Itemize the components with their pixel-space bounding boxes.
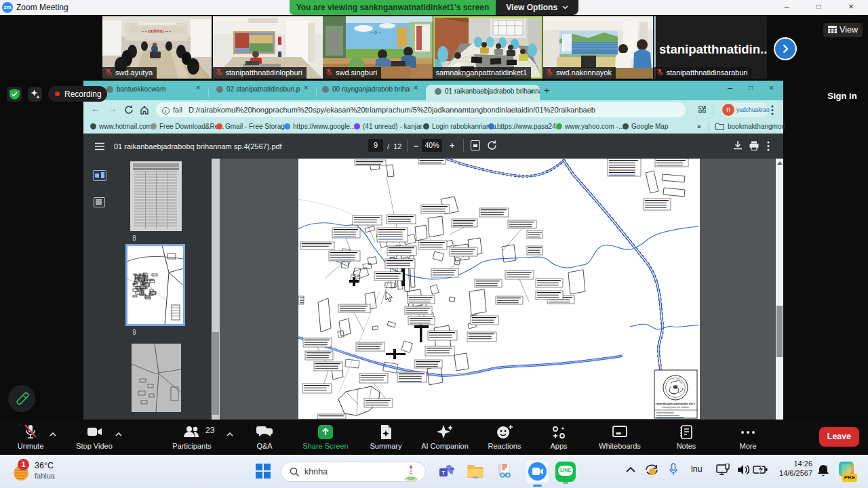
svg-text:krasuang kaset lae sahakon: krasuang kaset lae sahakon [662, 406, 689, 409]
svg-text:T: T [442, 470, 446, 476]
svg-text:samnakngan pattnatidin ket 1: samnakngan pattnatidin ket 1 [656, 402, 696, 405]
svg-text:z: z [825, 464, 828, 469]
svg-text:~ o ~: ~ o ~ [370, 30, 381, 35]
svg-text:- - uuinnu -- -: - - uuinnu -- - [142, 28, 172, 33]
svg-text:stanipatthnatidin...: stanipatthnatidin... [659, 42, 767, 56]
